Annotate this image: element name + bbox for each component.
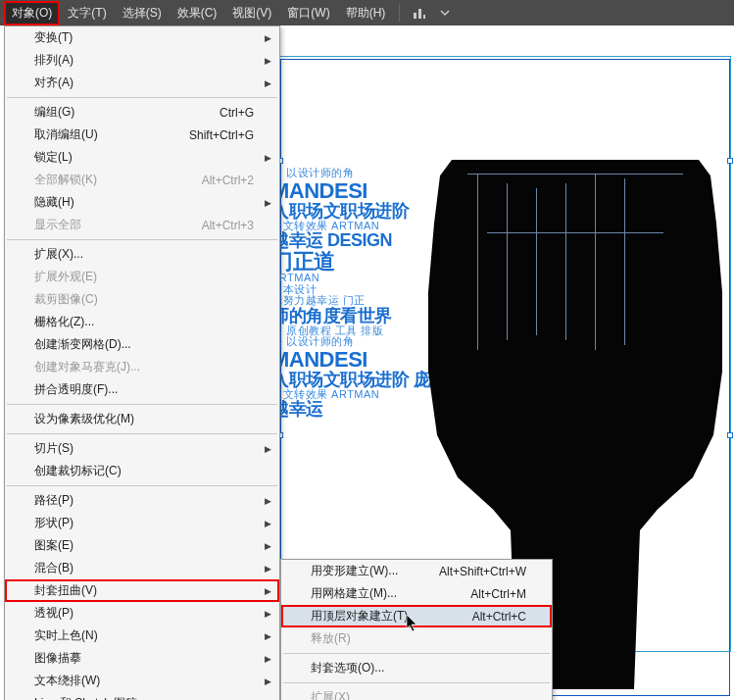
menu-item-label: 拼合透明度(F)...: [34, 381, 118, 398]
menu-item-Z[interactable]: 栅格化(Z)...: [5, 311, 279, 333]
menu-effect[interactable]: 效果(C): [170, 1, 225, 25]
menu-separator: [7, 404, 277, 405]
menu-item-label: 对齐(A): [34, 75, 73, 91]
menu-item-label: 扩展(X): [311, 689, 350, 700]
menu-item-label: 形状(P): [34, 515, 73, 531]
menu-item-C: 裁剪图像(C): [5, 288, 279, 311]
toolbar-icons: [412, 5, 453, 21]
menu-item-label: 实时上色(N): [34, 627, 98, 644]
menu-item-U[interactable]: 取消编组(U)Shift+Ctrl+G: [5, 124, 279, 146]
submenu-arrow-icon: ▶: [265, 676, 271, 686]
svg-rect-1: [418, 9, 421, 19]
menu-item-LineSketch[interactable]: Line 和 Sketch 图稿▶: [5, 692, 279, 700]
menu-item-label: 排列(A): [34, 52, 73, 69]
menu-item-P[interactable]: 形状(P)▶: [5, 512, 279, 534]
menu-item-S[interactable]: 切片(S)▶: [5, 437, 279, 460]
menu-item-K: 全部解锁(K)Alt+Ctrl+2: [5, 169, 279, 191]
submenu-arrow-icon: ▶: [265, 496, 271, 506]
menu-item-M[interactable]: 用网格建立(M)...Alt+Ctrl+M: [281, 582, 552, 605]
menu-shortcut: Alt+Shift+Ctrl+W: [439, 565, 526, 578]
menu-item-label: 图像描摹: [34, 650, 81, 667]
submenu-arrow-icon: ▶: [265, 541, 271, 551]
menu-item-W[interactable]: 文本绕排(W)▶: [5, 670, 279, 692]
menu-item-label: 裁剪图像(C): [34, 291, 98, 308]
menu-shortcut: Alt+Ctrl+M: [470, 587, 526, 601]
menu-item-H[interactable]: 隐藏(H)▶: [5, 191, 279, 214]
object-menu-dropdown: 变换(T)▶排列(A)▶对齐(A)▶编组(G)Ctrl+G取消编组(U)Shif…: [4, 25, 280, 700]
submenu-arrow-icon: ▶: [265, 654, 271, 664]
menu-item-B[interactable]: 混合(B)▶: [5, 557, 279, 579]
submenu-arrow-icon: ▶: [265, 33, 271, 43]
menu-shortcut: Ctrl+G: [220, 106, 254, 120]
chevron-down-icon[interactable]: [437, 5, 453, 21]
menu-item-label: 路径(P): [34, 492, 73, 509]
menu-item-label: 隐藏(H): [34, 194, 74, 211]
menu-object[interactable]: 对象(O): [4, 1, 60, 25]
menu-separator: [283, 682, 550, 683]
menu-item-A[interactable]: 排列(A)▶: [5, 49, 279, 72]
menu-item-label: 释放(R): [311, 630, 351, 647]
menu-item-label: 透视(P): [34, 605, 73, 622]
menu-item-D[interactable]: 创建渐变网格(D)...: [5, 333, 279, 356]
menu-item-F[interactable]: 拼合透明度(F)...: [5, 378, 279, 401]
menu-item-label: 用变形建立(W)...: [311, 563, 398, 579]
menu-item-label: 切片(S): [34, 440, 73, 457]
menubar: 对象(O) 文字(T) 选择(S) 效果(C) 视图(V) 窗口(W) 帮助(H…: [0, 0, 734, 25]
menu-type[interactable]: 文字(T): [60, 1, 114, 25]
menu-item-T[interactable]: 变换(T)▶: [5, 26, 279, 49]
menu-item-O[interactable]: 封套选项(O)...: [281, 657, 552, 679]
menu-item-label: 取消编组(U): [34, 126, 98, 143]
menu-separator: [7, 485, 277, 486]
menu-item-J: 创建对象马赛克(J)...: [5, 356, 279, 378]
menu-item-label: 创建裁切标记(C): [34, 463, 122, 479]
menu-view[interactable]: 视图(V): [224, 1, 279, 25]
menu-item-label: 混合(B): [34, 560, 73, 576]
menu-item-label: 文本绕排(W): [34, 673, 100, 689]
menu-window[interactable]: 窗口(W): [279, 1, 337, 25]
menu-item-label: 封套选项(O)...: [311, 660, 384, 676]
menu-shortcut: Alt+Ctrl+C: [472, 610, 526, 624]
menu-item-X: 扩展(X): [281, 686, 552, 700]
menu-item-W[interactable]: 用变形建立(W)...Alt+Shift+Ctrl+W: [281, 560, 552, 582]
menu-item-E[interactable]: 图案(E)▶: [5, 534, 279, 557]
menu-help[interactable]: 帮助(H): [338, 1, 394, 25]
submenu-arrow-icon: ▶: [265, 198, 271, 208]
menu-item-label: 扩展外观(E): [34, 269, 97, 285]
menu-item-label: 编组(G): [34, 104, 74, 121]
menu-separator: [7, 433, 277, 434]
menu-item-: 显示全部Alt+Ctrl+3: [5, 214, 279, 236]
menu-shortcut: Alt+Ctrl+3: [202, 219, 254, 232]
submenu-arrow-icon: ▶: [265, 78, 271, 88]
separator: [399, 4, 400, 22]
menu-separator: [7, 97, 277, 98]
menu-item-P[interactable]: 路径(P)▶: [5, 489, 279, 512]
selection-handle[interactable]: [727, 158, 733, 164]
menu-item-P[interactable]: 透视(P)▶: [5, 602, 279, 625]
menu-item-label: 创建渐变网格(D)...: [34, 336, 131, 353]
menu-item-label: 栅格化(Z)...: [34, 314, 94, 330]
menu-item-A[interactable]: 对齐(A)▶: [5, 72, 279, 94]
bar-chart-icon[interactable]: [412, 5, 427, 21]
menu-item-label: 扩展(X)...: [34, 246, 83, 263]
alignment-guides: [448, 174, 703, 370]
menu-item-label: 创建对象马赛克(J)...: [34, 359, 140, 375]
svg-rect-2: [423, 15, 425, 19]
menu-item-G[interactable]: 编组(G)Ctrl+G: [5, 101, 279, 124]
menu-select[interactable]: 选择(S): [115, 1, 170, 25]
submenu-arrow-icon: ▶: [265, 56, 271, 66]
submenu-arrow-icon: ▶: [265, 631, 271, 641]
menu-separator: [7, 239, 277, 240]
menu-item-X[interactable]: 扩展(X)...: [5, 243, 279, 266]
menu-item-C[interactable]: 创建裁切标记(C): [5, 460, 279, 482]
menu-item-M[interactable]: 设为像素级优化(M): [5, 408, 279, 430]
selection-handle[interactable]: [727, 432, 733, 438]
menu-item-N[interactable]: 实时上色(N)▶: [5, 625, 279, 647]
menu-item-label: Line 和 Sketch 图稿: [34, 695, 137, 700]
submenu-arrow-icon: ▶: [265, 153, 271, 163]
menu-item-label: 封套扭曲(V): [34, 582, 97, 599]
menu-item-[interactable]: 图像描摹▶: [5, 647, 279, 670]
menu-item-V[interactable]: 封套扭曲(V)▶: [5, 579, 279, 602]
menu-item-label: 设为像素级优化(M): [34, 411, 134, 427]
menu-item-L[interactable]: 锁定(L)▶: [5, 146, 279, 169]
mouse-cursor: [406, 614, 419, 633]
